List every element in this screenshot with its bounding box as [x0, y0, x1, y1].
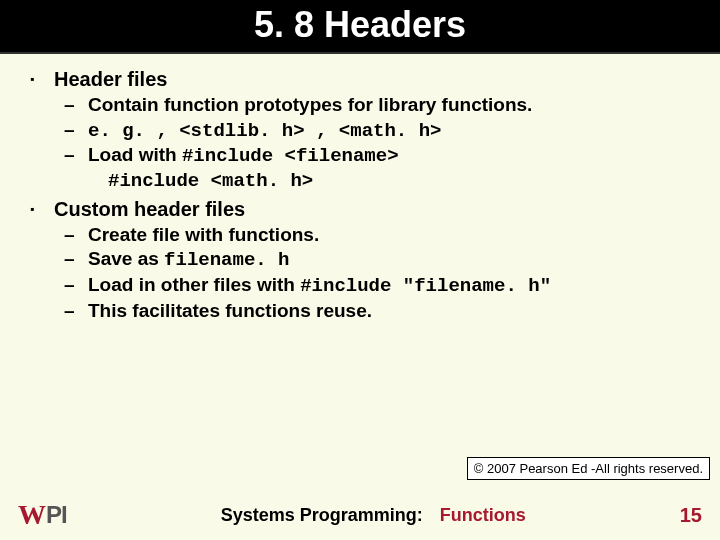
sub-bullet: Save as filename. h	[54, 247, 702, 273]
sub-bullet: Load with #include <filename>#include <m…	[54, 143, 702, 193]
sub-bullet: This facilitates functions reuse.	[54, 299, 702, 324]
logo-pi-glyph: PI	[46, 501, 67, 529]
sub-bullet: Load in other files with #include "filen…	[54, 273, 702, 299]
footer-topic: Functions	[440, 505, 526, 525]
bullet-label: Header files	[54, 68, 702, 91]
sub-bullet: Contain function prototypes for library …	[54, 93, 702, 118]
bullet-item: Header filesContain function prototypes …	[28, 68, 702, 194]
sub-bullet: Create file with functions.	[54, 223, 702, 248]
bullet-label: Custom header files	[54, 198, 702, 221]
footer-text: Systems Programming: Functions	[67, 505, 680, 526]
copyright-notice: © 2007 Pearson Ed -All rights reserved.	[467, 457, 710, 480]
page-number: 15	[680, 504, 702, 527]
slide-footer: W PI Systems Programming: Functions 15	[0, 490, 720, 540]
footer-course: Systems Programming:	[221, 505, 423, 525]
logo-w-glyph: W	[18, 499, 44, 531]
bullet-item: Custom header filesCreate file with func…	[28, 198, 702, 324]
slide-title: 5. 8 Headers	[0, 0, 720, 54]
slide-content: Header filesContain function prototypes …	[0, 54, 720, 324]
sub-bullet: e. g. , <stdlib. h> , <math. h>	[54, 118, 702, 144]
wpi-logo: W PI	[18, 499, 67, 531]
